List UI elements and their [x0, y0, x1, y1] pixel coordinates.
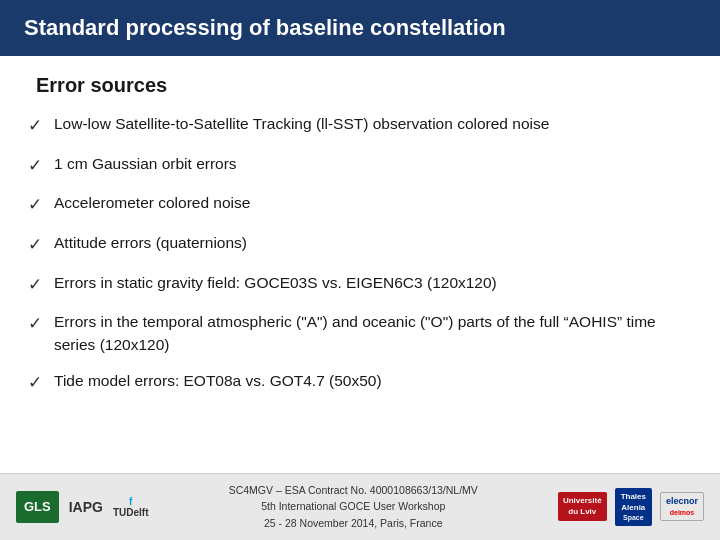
check-icon: ✓ — [28, 154, 42, 179]
footer-text: SC4MGV – ESA Contract No. 4000108663/13/… — [149, 482, 558, 532]
item-text: Tide model errors: EOT08a vs. GOT4.7 (50… — [54, 370, 692, 392]
list-item: ✓Accelerometer colored noise — [28, 192, 692, 218]
check-icon: ✓ — [28, 273, 42, 298]
footer-right-logos: Université du Lviv Thales Alenia Space e… — [558, 488, 720, 526]
list-item: ✓1 cm Gaussian orbit errors — [28, 153, 692, 179]
list-item: ✓Errors in the temporal atmospheric ("A"… — [28, 311, 692, 356]
item-text: 1 cm Gaussian orbit errors — [54, 153, 692, 175]
elecnor-logo: elecnor deimos — [660, 492, 704, 521]
footer-left-logos: GLS IAPG f TUDelft — [0, 491, 149, 523]
slide: Standard processing of baseline constell… — [0, 0, 720, 540]
footer-line3: 25 - 28 November 2014, Paris, France — [149, 515, 558, 532]
slide-content: Error sources ✓Low-low Satellite-to-Sate… — [0, 56, 720, 473]
item-text: Errors in static gravity field: GOCE03S … — [54, 272, 692, 294]
list-item: ✓Tide model errors: EOT08a vs. GOT4.7 (5… — [28, 370, 692, 396]
footer-line2: 5th International GOCE User Workshop — [149, 498, 558, 515]
check-icon: ✓ — [28, 114, 42, 139]
slide-header: Standard processing of baseline constell… — [0, 0, 720, 56]
footer-line1: SC4MGV – ESA Contract No. 4000108663/13/… — [149, 482, 558, 499]
list-item: ✓Low-low Satellite-to-Satellite Tracking… — [28, 113, 692, 139]
item-text: Low-low Satellite-to-Satellite Tracking … — [54, 113, 692, 135]
check-icon: ✓ — [28, 233, 42, 258]
iapg-logo: IAPG — [69, 499, 103, 515]
slide-footer: GLS IAPG f TUDelft SC4MGV – ESA Contract… — [0, 473, 720, 540]
check-icon: ✓ — [28, 312, 42, 337]
check-icon: ✓ — [28, 371, 42, 396]
section-title: Error sources — [36, 74, 692, 97]
error-sources-list: ✓Low-low Satellite-to-Satellite Tracking… — [28, 113, 692, 396]
tudelft-logo: f TUDelft — [113, 496, 149, 518]
check-icon: ✓ — [28, 193, 42, 218]
list-item: ✓Errors in static gravity field: GOCE03S… — [28, 272, 692, 298]
item-text: Attitude errors (quaternions) — [54, 232, 692, 254]
item-text: Errors in the temporal atmospheric ("A")… — [54, 311, 692, 356]
gls-logo: GLS — [16, 491, 59, 523]
item-text: Accelerometer colored noise — [54, 192, 692, 214]
header-title: Standard processing of baseline constell… — [24, 15, 506, 41]
mui-logo: Université du Lviv — [558, 492, 607, 521]
thales-logo: Thales Alenia Space — [615, 488, 652, 526]
list-item: ✓Attitude errors (quaternions) — [28, 232, 692, 258]
